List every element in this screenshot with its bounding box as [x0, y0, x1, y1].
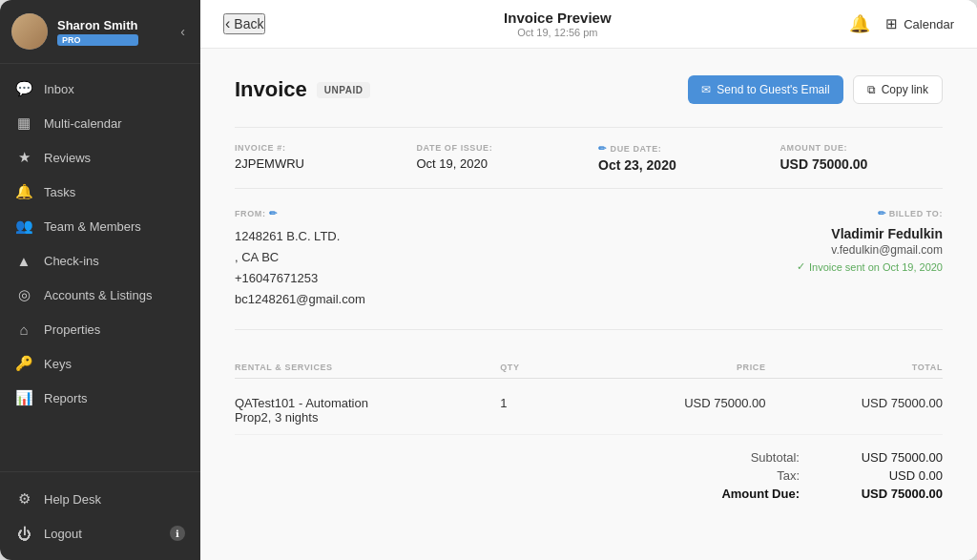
- amount-due-value: USD 75000.00: [780, 156, 944, 172]
- from-label: FROM: ✏: [235, 208, 579, 218]
- billed-to-label: ✏ BILLED TO:: [878, 208, 943, 218]
- tax-label: Tax:: [714, 468, 800, 483]
- bell-icon: 🔔: [15, 183, 32, 200]
- from-billed-row: FROM: ✏ 1248261 B.C. LTD. , CA BC +16047…: [235, 208, 943, 330]
- invoice-body: Invoice UNPAID ✉ Send to Guest's Email ⧉…: [200, 49, 977, 560]
- sidebar-toggle-button[interactable]: ‹: [177, 20, 189, 43]
- sidebar-item-label: Multi-calendar: [44, 116, 122, 131]
- date-of-issue-label: DATE OF ISSUE:: [417, 143, 580, 153]
- amount-due-label: AMOUNT DUE:: [780, 143, 944, 153]
- home-icon: ⌂: [15, 321, 32, 338]
- sidebar-item-inbox[interactable]: 💬 Inbox: [0, 72, 200, 106]
- app-container: Sharon Smith PRO ‹ 💬 Inbox ▦ Multi-calen…: [0, 0, 977, 560]
- sidebar-item-logout[interactable]: ⏻ Logout ℹ: [0, 516, 200, 550]
- sidebar-item-multi-calendar[interactable]: ▦ Multi-calendar: [0, 106, 200, 140]
- sidebar-item-label: Tasks: [44, 185, 75, 199]
- user-name: Sharon Smith: [57, 18, 138, 32]
- grid-icon: ⊞: [885, 15, 898, 32]
- invoice-title: Invoice: [235, 77, 307, 102]
- due-date-value: Oct 23, 2020: [598, 157, 761, 173]
- status-badge: UNPAID: [317, 82, 371, 98]
- from-info: 1248261 B.C. LTD. , CA BC +16047671253 b…: [235, 226, 579, 310]
- table-row: QATest101 - Automation Prop2, 3 nights 1…: [235, 386, 943, 435]
- col-header-service: RENTAL & SERVICES: [235, 363, 500, 372]
- from-address: , CA BC: [235, 247, 579, 268]
- table-header: RENTAL & SERVICES QTY PRICE TOTAL: [235, 357, 943, 379]
- sidebar-item-label: Team & Members: [44, 219, 141, 234]
- date-of-issue-value: Oct 19, 2020: [417, 156, 580, 171]
- col-header-total: TOTAL: [766, 363, 944, 372]
- invoice-title-group: Invoice UNPAID: [235, 77, 370, 102]
- amount-due-total-value: USD 75000.00: [838, 487, 943, 501]
- accounts-icon: ◎: [15, 286, 32, 303]
- sidebar-item-label: Check-ins: [44, 254, 99, 268]
- sidebar-item-label: Reports: [44, 391, 88, 405]
- tax-row: Tax: USD 0.00: [714, 468, 943, 483]
- main-content: ‹ Back Invoice Preview Oct 19, 12:56 pm …: [200, 0, 977, 560]
- pencil-icon: ✏: [878, 208, 889, 218]
- sidebar-item-check-ins[interactable]: ▲ Check-ins: [0, 243, 200, 278]
- notification-button[interactable]: 🔔: [849, 13, 870, 34]
- sidebar: Sharon Smith PRO ‹ 💬 Inbox ▦ Multi-calen…: [0, 0, 200, 560]
- email-btn-label: Send to Guest's Email: [717, 83, 829, 96]
- user-badge: PRO: [57, 34, 138, 46]
- invoice-meta: INVOICE #: 2JPEMWRU DATE OF ISSUE: Oct 1…: [235, 127, 943, 189]
- tax-value: USD 0.00: [838, 468, 943, 483]
- billed-block: ✏ BILLED TO: Vladimir Fedulkin v.fedulki…: [598, 208, 943, 310]
- sidebar-item-tasks[interactable]: 🔔 Tasks: [0, 175, 200, 209]
- sidebar-item-label: Reviews: [44, 151, 91, 165]
- sidebar-item-help-desk[interactable]: ⚙ Help Desk: [0, 482, 200, 516]
- header-center: Invoice Preview Oct 19, 12:56 pm: [504, 10, 612, 38]
- back-label: Back: [234, 16, 263, 31]
- amount-due-row: Amount Due: USD 75000.00: [714, 487, 943, 501]
- sidebar-item-reports[interactable]: 📊 Reports: [0, 381, 200, 415]
- invoice-sent-note: ✓ Invoice sent on Oct 19, 2020: [797, 260, 943, 273]
- sidebar-item-label: Inbox: [44, 82, 74, 96]
- billed-email: v.fedulkin@gmail.com: [831, 243, 943, 257]
- key-icon: 🔑: [15, 355, 32, 372]
- from-email: bc1248261@gmail.com: [235, 289, 579, 310]
- back-button[interactable]: ‹ Back: [223, 13, 265, 34]
- subtotal-value: USD 75000.00: [838, 450, 943, 465]
- pencil-icon: ✏: [598, 143, 607, 154]
- cell-service: QATest101 - Automation Prop2, 3 nights: [235, 396, 500, 425]
- sidebar-item-accounts-listings[interactable]: ◎ Accounts & Listings: [0, 278, 200, 312]
- pencil-icon: ✏: [269, 208, 278, 218]
- calendar-label: Calendar: [904, 17, 954, 31]
- sidebar-item-team-members[interactable]: 👥 Team & Members: [0, 209, 200, 243]
- checkmark-icon: ✓: [797, 260, 805, 273]
- copy-btn-label: Copy link: [882, 83, 928, 96]
- avatar: [11, 13, 48, 50]
- header-subtitle: Oct 19, 12:56 pm: [504, 27, 612, 38]
- sidebar-item-keys[interactable]: 🔑 Keys: [0, 346, 200, 381]
- sidebar-item-label: Keys: [44, 357, 72, 371]
- sidebar-item-label: Accounts & Listings: [44, 288, 152, 302]
- send-email-button[interactable]: ✉ Send to Guest's Email: [688, 75, 842, 104]
- from-company: 1248261 B.C. LTD.: [235, 226, 579, 247]
- copy-icon: ⧉: [867, 83, 876, 96]
- invoice-table: RENTAL & SERVICES QTY PRICE TOTAL QATest…: [235, 357, 943, 435]
- calendar-button[interactable]: ⊞ Calendar: [885, 15, 954, 32]
- from-phone: +16047671253: [235, 268, 579, 289]
- sidebar-item-properties[interactable]: ⌂ Properties: [0, 312, 200, 346]
- cell-qty: 1: [500, 396, 589, 425]
- sidebar-item-reviews[interactable]: ★ Reviews: [0, 140, 200, 175]
- logout-icon: ⏻: [15, 525, 32, 542]
- invoice-top-row: Invoice UNPAID ✉ Send to Guest's Email ⧉…: [235, 75, 943, 104]
- subtotal-label: Subtotal:: [714, 450, 800, 465]
- copy-link-button[interactable]: ⧉ Copy link: [853, 75, 943, 104]
- header-title: Invoice Preview: [504, 10, 612, 26]
- invoice-number-field: INVOICE #: 2JPEMWRU: [235, 143, 398, 173]
- user-info: Sharon Smith PRO: [57, 18, 138, 46]
- bell-icon: 🔔: [849, 14, 870, 33]
- col-header-price: PRICE: [589, 363, 766, 372]
- email-icon: ✉: [701, 83, 711, 96]
- checkin-icon: ▲: [15, 252, 32, 269]
- invoice-number-value: 2JPEMWRU: [235, 156, 398, 171]
- sidebar-item-label: Help Desk: [44, 492, 101, 507]
- amount-due-total-label: Amount Due:: [714, 487, 800, 501]
- info-icon: ℹ: [170, 526, 185, 541]
- reports-icon: 📊: [15, 389, 32, 406]
- help-icon: ⚙: [15, 490, 32, 508]
- subtotal-row: Subtotal: USD 75000.00: [714, 450, 943, 465]
